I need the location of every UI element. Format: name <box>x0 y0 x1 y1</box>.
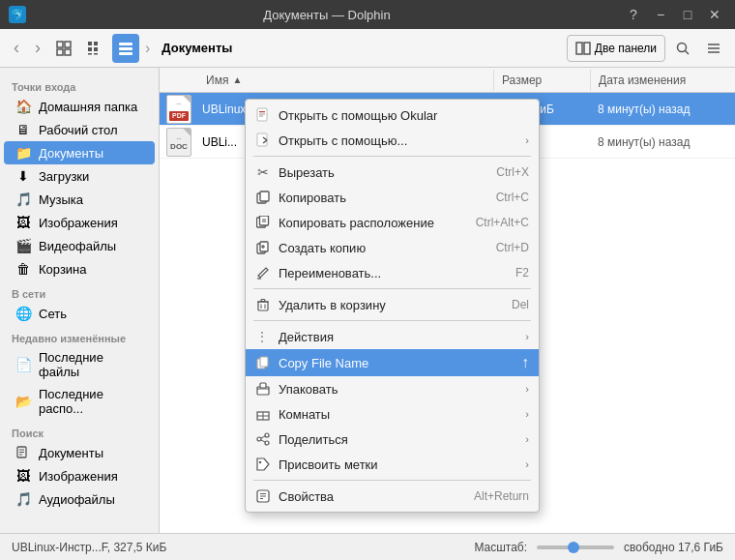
split-panel-label: Две панели <box>595 42 657 55</box>
maximize-button[interactable]: □ <box>675 2 700 27</box>
sidebar-label-downloads: Загрузки <box>39 169 89 184</box>
sidebar-label-network: Сеть <box>39 307 67 321</box>
column-size[interactable]: Размер <box>493 70 590 91</box>
sidebar-item-desktop[interactable]: 🖥 Рабочий стол <box>4 118 155 141</box>
ctx-pack[interactable]: Упаковать › <box>246 376 539 401</box>
svg-rect-8 <box>88 47 92 51</box>
column-date[interactable]: Дата изменения <box>590 70 735 91</box>
open-with-icon <box>255 133 271 148</box>
home-icon: 🏠 <box>15 99 31 114</box>
close-button[interactable]: ✕ <box>702 2 727 27</box>
sidebar-section-search: Поиск <box>0 420 159 441</box>
ctx-tags[interactable]: Присвоить метки › <box>246 452 539 477</box>
images-icon: 🖼 <box>15 215 31 230</box>
sidebar-label-search-audio: Аудиофайлы <box>39 492 115 507</box>
statusbar: UBLinux-Инстр...F, 327,5 КиБ Масштаб: св… <box>0 533 735 560</box>
hamburger-icon <box>706 41 721 56</box>
svg-rect-14 <box>119 52 132 55</box>
recent-files-icon: 📄 <box>15 357 31 372</box>
view-compact-button[interactable] <box>81 34 108 63</box>
ctx-rename[interactable]: Переименовать... F2 <box>246 260 539 285</box>
ctx-copy-file-name-label: Copy File Name <box>279 356 512 370</box>
file-icon-col: ... DOC <box>160 128 198 157</box>
svg-rect-50 <box>260 357 268 367</box>
file-date: 8 минут(ы) назад <box>590 99 735 120</box>
search-button[interactable] <box>669 34 696 63</box>
menu-button[interactable] <box>700 34 727 63</box>
minimize-button[interactable]: − <box>648 2 673 27</box>
sidebar-section-network: В сети <box>0 280 159 302</box>
help-button[interactable]: ? <box>621 2 646 27</box>
recent-places-icon: 📂 <box>15 394 31 409</box>
search-images-icon: 🖼 <box>15 468 31 484</box>
sidebar-item-search-audio[interactable]: 🎵 Аудиофайлы <box>4 487 155 511</box>
ctx-open-okular[interactable]: Открыть с помощью Okular <box>246 103 539 128</box>
main-layout: Точки входа 🏠 Домашняя папка 🖥 Рабочий с… <box>0 68 735 533</box>
properties-icon <box>255 488 271 504</box>
ctx-cut-shortcut: Ctrl+X <box>496 165 529 179</box>
window-controls: ? − □ ✕ <box>621 2 727 27</box>
ctx-create-copy[interactable]: Создать копию Ctrl+D <box>246 235 539 260</box>
sidebar-item-home[interactable]: 🏠 Домашняя папка <box>4 95 155 118</box>
sidebar-item-network[interactable]: 🌐 Сеть <box>4 302 155 325</box>
column-name[interactable]: Имя ▲ <box>198 70 493 91</box>
ctx-cut[interactable]: ✂ Вырезать Ctrl+X <box>246 160 539 185</box>
ctx-rooms[interactable]: Комнаты › <box>246 401 539 427</box>
svg-rect-7 <box>94 42 98 45</box>
ctx-copy-location-label: Копировать расположение <box>279 216 468 230</box>
svg-point-62 <box>259 461 261 463</box>
ctx-properties-shortcut: Alt+Return <box>474 489 529 503</box>
sidebar-label-recent-places: Последние распо... <box>39 387 143 416</box>
svg-rect-12 <box>119 43 132 45</box>
svg-rect-44 <box>258 302 268 310</box>
sidebar-item-documents[interactable]: 📁 Документы <box>4 141 155 164</box>
sidebar-item-recent-files[interactable]: 📄 Последние файлы <box>4 346 155 383</box>
forward-button[interactable]: › <box>29 34 46 63</box>
file-area: Имя ▲ Размер Дата изменения ... PDF UBLi… <box>160 68 735 533</box>
ctx-copy-file-name[interactable]: Copy File Name ↑ <box>246 349 539 376</box>
documents-icon: 📁 <box>15 145 31 161</box>
ctx-actions[interactable]: ⋮ Действия › <box>246 324 539 349</box>
svg-rect-10 <box>88 53 92 55</box>
share-icon <box>255 431 271 447</box>
svg-line-61 <box>261 440 265 442</box>
breadcrumb-documents[interactable]: Документы <box>156 39 238 57</box>
ctx-rename-shortcut: F2 <box>515 266 529 280</box>
ctx-properties[interactable]: Свойства Alt+Return <box>246 484 539 509</box>
sidebar-item-videos[interactable]: 🎬 Видеофайлы <box>4 234 155 257</box>
ctx-separator-3 <box>253 320 531 321</box>
back-button[interactable]: ‹ <box>8 34 25 63</box>
window-title: Документы — Dolphin <box>33 8 621 22</box>
svg-line-18 <box>686 50 690 54</box>
ctx-trash[interactable]: Удалить в корзину Del <box>246 292 539 317</box>
ctx-trash-shortcut: Del <box>512 298 529 311</box>
sidebar-item-search-docs[interactable]: Документы <box>4 441 155 464</box>
svg-point-58 <box>257 437 261 441</box>
sidebar-item-downloads[interactable]: ⬇ Загрузки <box>4 164 155 188</box>
split-panel-button[interactable]: Две панели <box>567 35 665 62</box>
sidebar-label-search-docs: Документы <box>39 446 103 460</box>
statusbar-text: UBLinux-Инстр...F, 327,5 КиБ <box>12 541 464 554</box>
ctx-copy-location[interactable]: Копировать расположение Ctrl+Alt+C <box>246 210 539 235</box>
svg-rect-16 <box>584 43 590 54</box>
sidebar-item-trash[interactable]: 🗑 Корзина <box>4 257 155 280</box>
view-icons-button[interactable] <box>50 34 77 63</box>
sidebar-item-search-images[interactable]: 🖼 Изображения <box>4 464 155 487</box>
sidebar-section-recent: Недавно изменённые <box>0 325 159 346</box>
sidebar-item-images[interactable]: 🖼 Изображения <box>4 211 155 234</box>
ctx-trash-label: Удалить в корзину <box>279 298 504 312</box>
ctx-open-with[interactable]: Открыть с помощью... › <box>246 128 539 153</box>
sidebar-item-music[interactable]: 🎵 Музыка <box>4 188 155 211</box>
sidebar-section-places: Точки входа <box>0 74 159 95</box>
svg-rect-52 <box>260 383 266 388</box>
view-detail-button[interactable] <box>112 34 139 63</box>
svg-point-57 <box>265 433 269 437</box>
copy-icon <box>255 190 271 205</box>
ctx-copy[interactable]: Копировать Ctrl+C <box>246 185 539 210</box>
statusbar-zoom-label: Масштаб: <box>474 541 527 554</box>
ctx-share[interactable]: Поделиться › <box>246 427 539 452</box>
zoom-slider[interactable] <box>537 545 614 549</box>
sidebar-item-recent-places[interactable]: 📂 Последние распо... <box>4 383 155 420</box>
split-panel-icon <box>575 42 591 55</box>
ctx-submenu-arrow: › <box>525 134 529 146</box>
